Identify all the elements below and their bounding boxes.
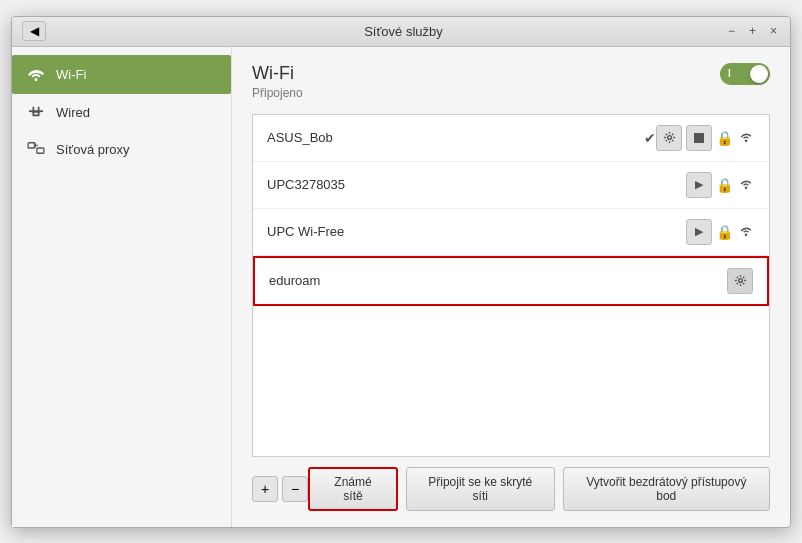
network-name: UPC Wi-Free <box>267 224 686 239</box>
network-name: UPC3278035 <box>267 177 686 192</box>
connect-hidden-button[interactable]: Připojit se ke skryté síti <box>406 467 555 511</box>
connect-button[interactable]: ▶ <box>686 172 712 198</box>
page-title: Wi-Fi <box>252 63 303 84</box>
action-buttons: Známé sítě Připojit se ke skryté síti Vy… <box>308 467 770 511</box>
header-text: Wi-Fi Připojeno <box>252 63 303 100</box>
network-list: ASUS_Bob ✔ 🔒 <box>252 114 770 457</box>
sidebar-item-wifi[interactable]: Wi-Fi <box>12 55 231 94</box>
network-row[interactable]: UPC3278035 ▶ 🔒 <box>253 162 769 209</box>
network-actions: ▶ 🔒 <box>686 219 755 245</box>
settings-button[interactable] <box>727 268 753 294</box>
sidebar-item-wired[interactable]: Wired <box>12 94 231 131</box>
window-title: Síťové služby <box>82 24 725 39</box>
wifi-strength-icon <box>737 129 755 146</box>
wifi-strength-icon <box>737 223 755 240</box>
stop-icon <box>694 133 704 143</box>
wired-icon <box>26 104 46 121</box>
lock-icon: 🔒 <box>716 177 733 193</box>
wifi-toggle[interactable]: I <box>720 63 770 85</box>
minus-icon: − <box>291 481 299 497</box>
sidebar-wired-label: Wired <box>56 105 90 120</box>
svg-point-3 <box>738 279 742 283</box>
sidebar-item-proxy[interactable]: Síťová proxy <box>12 131 231 168</box>
main-window: ◀ Síťové služby − + × Wi-Fi <box>11 16 791 528</box>
network-name: ASUS_Bob <box>267 130 638 145</box>
svg-point-2 <box>667 136 671 140</box>
wifi-icon <box>26 65 46 84</box>
network-actions: ▶ 🔒 <box>686 172 755 198</box>
add-remove-buttons: + − <box>252 476 308 502</box>
known-networks-button[interactable]: Známé sítě <box>308 467 398 511</box>
play-icon: ▶ <box>695 225 703 238</box>
network-actions: 🔒 <box>656 125 755 151</box>
toggle-knob <box>750 65 768 83</box>
connection-status: Připojeno <box>252 86 303 100</box>
remove-network-button[interactable]: − <box>282 476 308 502</box>
wifi-strength-icon <box>737 176 755 193</box>
lock-icon: 🔒 <box>716 130 733 146</box>
network-row[interactable]: ASUS_Bob ✔ 🔒 <box>253 115 769 162</box>
connect-button[interactable]: ▶ <box>686 219 712 245</box>
back-button[interactable]: ◀ <box>22 21 46 41</box>
connected-icon: ✔ <box>644 130 656 146</box>
create-hotspot-button[interactable]: Vytvořit bezdrátový přístupový bod <box>563 467 770 511</box>
proxy-icon <box>26 141 46 158</box>
settings-button[interactable] <box>656 125 682 151</box>
disconnect-button[interactable] <box>686 125 712 151</box>
minimize-button[interactable]: − <box>725 24 738 38</box>
content-area: Wi-Fi Připojeno I ASUS_Bob ✔ <box>232 47 790 527</box>
svg-rect-1 <box>37 148 44 153</box>
network-row-eduroam[interactable]: eduroam <box>253 256 769 306</box>
window-body: Wi-Fi Wired Síťová proxy <box>12 47 790 527</box>
lock-icon: 🔒 <box>716 224 733 240</box>
content-header: Wi-Fi Připojeno I <box>252 63 770 100</box>
add-network-button[interactable]: + <box>252 476 278 502</box>
sidebar-wifi-label: Wi-Fi <box>56 67 86 82</box>
plus-icon: + <box>261 481 269 497</box>
play-icon: ▶ <box>695 178 703 191</box>
titlebar: ◀ Síťové služby − + × <box>12 17 790 47</box>
maximize-button[interactable]: + <box>746 24 759 38</box>
network-row[interactable]: UPC Wi-Free ▶ 🔒 <box>253 209 769 256</box>
footer: + − Známé sítě Připojit se ke skryté sít… <box>252 457 770 511</box>
network-actions <box>727 268 753 294</box>
close-button[interactable]: × <box>767 24 780 38</box>
sidebar-proxy-label: Síťová proxy <box>56 142 130 157</box>
toggle-label: I <box>728 68 731 79</box>
sidebar: Wi-Fi Wired Síťová proxy <box>12 47 232 527</box>
network-name: eduroam <box>269 273 727 288</box>
window-controls: − + × <box>725 24 780 38</box>
